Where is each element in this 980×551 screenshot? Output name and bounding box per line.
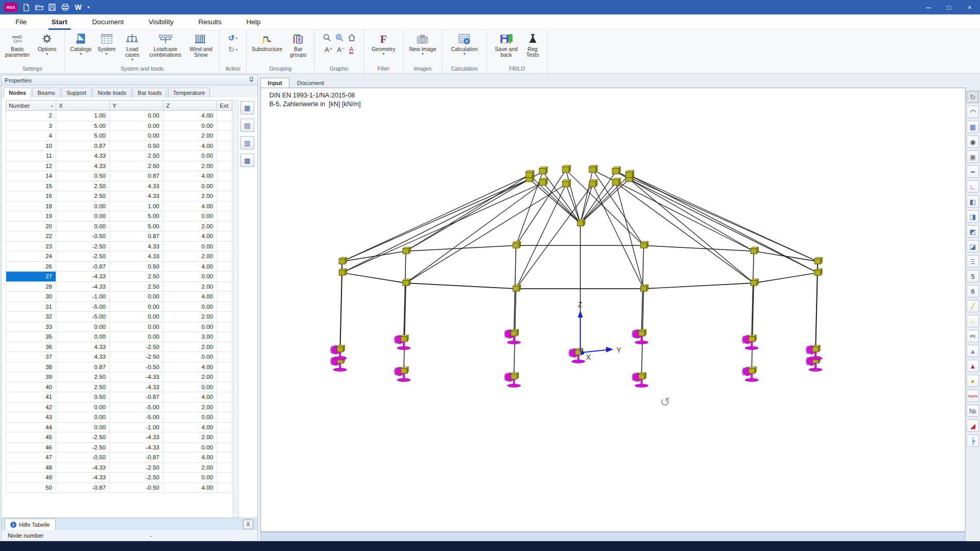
cell-y[interactable]: 5.00 xyxy=(110,211,164,222)
section-line-button[interactable]: ┅ xyxy=(967,165,979,178)
cell-z[interactable]: 2.00 xyxy=(164,131,217,141)
cell-ext[interactable] xyxy=(217,241,232,252)
cell-y[interactable]: 2.50 xyxy=(110,272,164,282)
cell-z[interactable]: 2.00 xyxy=(164,221,217,231)
menu-file[interactable]: File xyxy=(3,14,39,30)
substructure-button[interactable]: Substructure xyxy=(250,31,284,53)
cell-ext[interactable] xyxy=(217,372,232,382)
cell-ext[interactable] xyxy=(217,252,232,262)
cell-y[interactable]: -4.33 xyxy=(110,382,164,392)
cell-number[interactable]: 44 xyxy=(6,422,56,432)
table-row[interactable]: 46-2.50-4.330.00 xyxy=(6,442,232,453)
view-front-button[interactable]: ◧ xyxy=(967,195,979,208)
cell-z[interactable]: 0.00 xyxy=(164,322,217,332)
table-row[interactable]: 21.000.004.00 xyxy=(6,111,232,121)
cell-x[interactable]: 0.00 xyxy=(56,412,110,423)
cell-ext[interactable] xyxy=(217,422,232,432)
new-image-camera-button[interactable]: ◉ xyxy=(967,136,979,148)
cell-z[interactable]: 0.00 xyxy=(164,302,217,312)
cell-x[interactable]: -2.50 xyxy=(56,241,110,252)
open-folder-icon[interactable] xyxy=(35,3,43,11)
cell-ext[interactable] xyxy=(217,221,232,231)
table-row[interactable]: 49-4.33-2.500.00 xyxy=(6,473,232,483)
word-export-button[interactable]: W xyxy=(74,3,83,11)
profile-name-button[interactable]: IPE xyxy=(967,330,979,342)
cell-number[interactable]: 32 xyxy=(6,312,56,322)
cell-number[interactable]: 2 xyxy=(6,111,56,121)
cell-x[interactable]: 2.50 xyxy=(56,181,110,191)
table-row[interactable]: 22-0.500.874.00 xyxy=(6,231,232,242)
cell-ext[interactable] xyxy=(217,332,232,342)
load-cases-button[interactable]: Load cases ▾ xyxy=(120,31,145,62)
copy-document-button[interactable]: ▣ xyxy=(967,151,979,163)
cell-x[interactable]: -0.87 xyxy=(56,261,110,272)
table-tool-columns-button[interactable]: ▥ xyxy=(240,136,254,149)
close-button[interactable]: × xyxy=(959,0,980,14)
cell-ext[interactable] xyxy=(217,191,232,202)
cell-ext[interactable] xyxy=(217,302,232,312)
cell-y[interactable]: -5.00 xyxy=(110,412,164,423)
cell-y[interactable]: 2.50 xyxy=(110,161,164,171)
cell-x[interactable]: 2.50 xyxy=(56,382,110,392)
col-header-ext[interactable]: Ext xyxy=(217,101,232,111)
table-row[interactable]: 410.50-0.874.00 xyxy=(6,392,232,403)
cell-z[interactable]: 2.00 xyxy=(164,372,217,382)
dimensions-button[interactable]: ╞ xyxy=(967,435,979,447)
cell-ext[interactable] xyxy=(217,312,232,322)
cell-z[interactable]: 4.00 xyxy=(164,362,217,372)
cell-x[interactable]: 5.00 xyxy=(56,131,110,141)
basic-parameter-button[interactable]: Basic parameter xyxy=(3,31,32,58)
table-row[interactable]: 402.50-4.330.00 xyxy=(6,382,232,392)
cell-ext[interactable] xyxy=(217,412,232,423)
table-row[interactable]: 430.00-5.000.00 xyxy=(6,412,232,423)
view-side-button[interactable]: ◨ xyxy=(967,210,979,223)
table-row[interactable]: 48-4.33-2.502.00 xyxy=(6,462,232,473)
cell-ext[interactable] xyxy=(217,131,232,141)
tab-input[interactable]: Input xyxy=(260,78,289,88)
cell-number[interactable]: 20 xyxy=(6,221,56,231)
app-logo[interactable]: RSX xyxy=(4,3,18,12)
cell-number[interactable]: 16 xyxy=(6,191,56,202)
cell-x[interactable]: -1.00 xyxy=(56,292,110,302)
help-tab[interactable]: i Hilfe Tabelle xyxy=(5,519,56,530)
cell-number[interactable]: 47 xyxy=(6,453,56,463)
table-row[interactable]: 364.33-2.502.00 xyxy=(6,342,232,352)
cell-y[interactable]: 4.33 xyxy=(110,252,164,262)
cell-ext[interactable] xyxy=(217,211,232,222)
reg-tests-button[interactable]: Reg Tests xyxy=(522,31,543,58)
cell-ext[interactable] xyxy=(217,342,232,352)
cell-y[interactable]: 0.87 xyxy=(110,231,164,242)
tab-bar-loads[interactable]: Bar loads xyxy=(133,88,167,97)
cell-number[interactable]: 37 xyxy=(6,352,56,362)
cell-z[interactable]: 0.00 xyxy=(164,121,217,131)
table-row[interactable]: 31-5.000.000.00 xyxy=(6,302,232,312)
options-button[interactable]: Options ▾ xyxy=(33,31,62,57)
cell-z[interactable]: 0.00 xyxy=(164,211,217,222)
cell-ext[interactable] xyxy=(217,272,232,282)
table-row[interactable]: 180.001.004.00 xyxy=(6,201,232,211)
cell-number[interactable]: 46 xyxy=(6,442,56,453)
cell-x[interactable]: 0.00 xyxy=(56,221,110,231)
bars-display-button[interactable]: ╱ xyxy=(967,300,979,312)
names-display-button[interactable]: Name xyxy=(967,390,979,402)
cell-y[interactable]: -0.87 xyxy=(110,453,164,463)
table-row[interactable]: 23-2.504.330.00 xyxy=(6,241,232,252)
col-header-z[interactable]: Z xyxy=(164,101,217,111)
cell-y[interactable]: -2.50 xyxy=(110,342,164,352)
cell-y[interactable]: -1.00 xyxy=(110,422,164,432)
cell-number[interactable]: 18 xyxy=(6,201,56,211)
cell-ext[interactable] xyxy=(217,382,232,392)
cell-z[interactable]: 0.00 xyxy=(164,241,217,252)
cell-x[interactable]: 0.00 xyxy=(56,322,110,332)
view-isometric-button[interactable]: ◪ xyxy=(967,240,979,253)
cell-number[interactable]: 43 xyxy=(6,412,56,423)
cell-z[interactable]: 2.00 xyxy=(164,281,217,292)
cell-number[interactable]: 41 xyxy=(6,392,56,403)
cell-z[interactable]: 4.00 xyxy=(164,482,217,493)
cell-y[interactable]: 0.00 xyxy=(110,111,164,121)
cell-number[interactable]: 10 xyxy=(6,141,56,151)
cell-y[interactable]: 1.00 xyxy=(110,201,164,211)
cell-z[interactable]: 4.00 xyxy=(164,171,217,181)
cell-x[interactable]: 1.00 xyxy=(56,111,110,121)
table-row[interactable]: 350.000.003.00 xyxy=(6,332,232,342)
